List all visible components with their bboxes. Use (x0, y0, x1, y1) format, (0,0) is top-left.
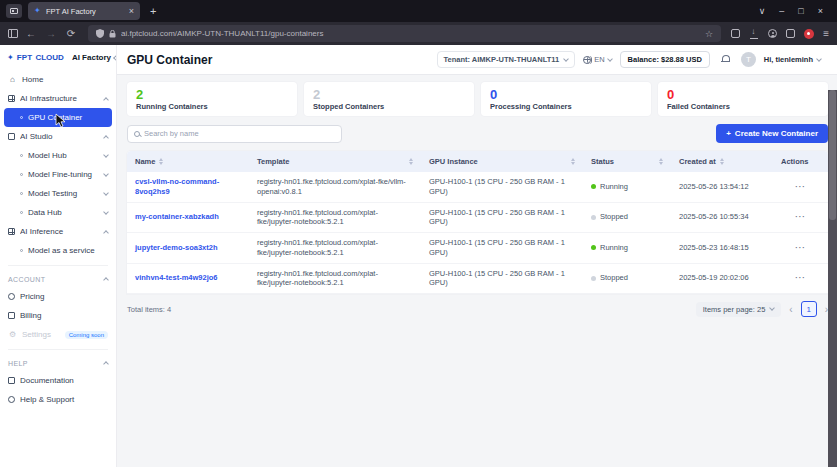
avatar[interactable]: T (741, 52, 756, 67)
container-name-link[interactable]: jupyter-demo-soa3xt2h (135, 243, 218, 252)
window-maximize-button[interactable]: □ (798, 6, 803, 16)
browser-tab[interactable]: ✦ FPT AI Factory × (28, 2, 140, 20)
sidebar-item-help-support[interactable]: Help & Support (0, 390, 116, 409)
created-at-cell: 2025-05-23 16:48:15 (671, 238, 773, 258)
address-bar[interactable]: ai.fptcloud.com/AIMKP-UTN-THUANLT11/gpu-… (88, 25, 721, 42)
column-header-actions: Actions (773, 151, 828, 172)
column-header-template[interactable]: Template (249, 151, 421, 172)
sidebar-item-model-testing[interactable]: Model Testing (0, 184, 116, 203)
column-header-name[interactable]: Name (127, 151, 249, 172)
scrollbar-thumb[interactable] (829, 90, 836, 220)
search-input[interactable] (144, 129, 335, 138)
table-row: my-container-xabzkadh registry-hn01.fke.… (127, 203, 828, 234)
row-actions-button[interactable]: ··· (795, 212, 806, 221)
sort-icon[interactable] (159, 158, 163, 165)
section-account[interactable]: ACCOUNT (0, 271, 116, 287)
sort-icon[interactable] (409, 158, 413, 165)
sidebar-item-documentation[interactable]: Documentation (0, 371, 116, 390)
sidebar-item-gpu-container[interactable]: GPU Container (4, 108, 112, 127)
home-icon: ⌂ (8, 75, 17, 84)
tab-title: FPT AI Factory (46, 7, 125, 16)
notification-bell-icon[interactable] (721, 55, 730, 64)
table-row: cvsl-vllm-no-command-8voq2hs9 registry-h… (127, 172, 828, 203)
user-menu[interactable]: Hi, tienleminh (764, 55, 821, 64)
sidebar-item-ai-studio[interactable]: AI Studio (0, 127, 116, 146)
bookmark-star-icon[interactable]: ☆ (705, 29, 713, 39)
page-prev-button[interactable]: ‹ (789, 304, 792, 315)
forward-icon[interactable]: → (44, 28, 58, 39)
container-name-link[interactable]: cvsl-vllm-no-command-8voq2hs9 (135, 177, 219, 196)
ai-inference-icon (8, 228, 15, 235)
help-icon (8, 396, 15, 403)
sidebar-item-billing[interactable]: Billing (0, 306, 116, 325)
new-tab-button[interactable]: + (146, 5, 160, 17)
items-per-page-select[interactable]: Items per page: 25 (696, 302, 782, 317)
column-header-gpu[interactable]: GPU Instance (421, 151, 583, 172)
gpu-instance-cell: GPU-H100-1 (15 CPU - 250 GB RAM - 1 GPU) (421, 264, 583, 294)
tenant-selector[interactable]: Tenant: AIMKP-UTN-THUANLT11 (437, 51, 576, 68)
window-minimize-button[interactable]: – (779, 6, 784, 16)
template-cell: registry-hn01.fke.fptcloud.com/xplat-fke… (249, 264, 421, 294)
bullet-icon (20, 116, 23, 119)
row-actions-button[interactable]: ··· (795, 182, 806, 191)
documentation-icon (8, 377, 15, 384)
account-icon[interactable] (768, 29, 777, 38)
ai-studio-icon (8, 133, 15, 140)
lock-icon[interactable] (109, 30, 116, 38)
row-actions-button[interactable]: ··· (795, 243, 806, 252)
recorder-extension-icon[interactable] (804, 29, 814, 39)
bullet-icon (20, 211, 23, 214)
row-actions-button[interactable]: ··· (795, 273, 806, 282)
page-header: GPU Container Tenant: AIMKP-UTN-THUANLT1… (117, 45, 837, 75)
tracking-shield-icon[interactable] (96, 29, 104, 38)
balance-display[interactable]: Balance: $28.88 USD (620, 51, 710, 68)
stat-card-stopped: 2 Stopped Containers (304, 82, 474, 116)
language-selector[interactable]: EN (583, 55, 611, 64)
sidebar-item-pricing[interactable]: Pricing (0, 287, 116, 306)
container-name-link[interactable]: vinhvn4-test-m4w92jo6 (135, 273, 218, 282)
logo: ✦ FPT CLOUD AI Factory (0, 51, 116, 70)
addon-icon[interactable] (731, 29, 740, 38)
sidebar: ✦ FPT CLOUD AI Factory ⌂ Home AI Infrast… (0, 45, 117, 467)
chevron-up-icon (103, 361, 109, 367)
container-name-link[interactable]: my-container-xabzkadh (135, 212, 219, 221)
stats-row: 2 Running Containers 2 Stopped Container… (127, 82, 828, 116)
sort-icon[interactable] (720, 158, 724, 165)
scrollbar[interactable] (828, 90, 837, 467)
sidebar-item-model-as-a-service[interactable]: Model as a service (0, 241, 116, 260)
sidebar-item-home[interactable]: ⌂ Home (0, 70, 116, 89)
chevron-down-icon (103, 152, 109, 158)
billing-icon (8, 312, 15, 319)
sort-icon[interactable] (571, 158, 575, 165)
section-help[interactable]: HELP (0, 355, 116, 371)
column-header-status[interactable]: Status (583, 151, 671, 172)
status-dot (591, 215, 596, 220)
sidebar-item-data-hub[interactable]: Data Hub (0, 203, 116, 222)
browser-view-button[interactable] (6, 4, 22, 18)
download-icon[interactable] (749, 29, 759, 39)
sidebar-item-ai-inference[interactable]: AI Inference (0, 222, 116, 241)
favicon: ✦ (34, 7, 42, 15)
status-dot (591, 184, 596, 189)
tab-close-icon[interactable]: × (129, 6, 134, 16)
sidebar-panel-icon[interactable] (8, 29, 18, 38)
sidebar-item-model-hub[interactable]: Model Hub (0, 146, 116, 165)
page-number-button[interactable]: 1 (801, 301, 817, 317)
sort-icon[interactable] (659, 158, 663, 165)
created-at-cell: 2025-05-26 13:54:12 (671, 177, 773, 197)
stat-value: 0 (490, 87, 642, 102)
back-icon[interactable]: ← (24, 28, 38, 39)
fpt-logo-icon: ✦ (7, 53, 14, 62)
browser-view-icon (10, 8, 18, 14)
extensions-icon[interactable] (786, 29, 795, 38)
window-close-button[interactable]: × (818, 6, 823, 16)
create-container-button[interactable]: + Create New Container (716, 124, 828, 143)
sidebar-item-ai-infrastructure[interactable]: AI Infrastructure (0, 89, 116, 108)
tab-list-icon[interactable]: ∨ (759, 6, 766, 16)
sidebar-item-model-fine-tuning[interactable]: Model Fine-tuning (0, 165, 116, 184)
menu-icon[interactable]: ≡ (823, 28, 829, 39)
gpu-instance-cell: GPU-H100-1 (15 CPU - 250 GB RAM - 1 GPU) (421, 172, 583, 202)
search-box[interactable] (127, 125, 342, 143)
reload-icon[interactable]: ⟳ (64, 28, 78, 39)
column-header-created[interactable]: Created at (671, 151, 773, 172)
